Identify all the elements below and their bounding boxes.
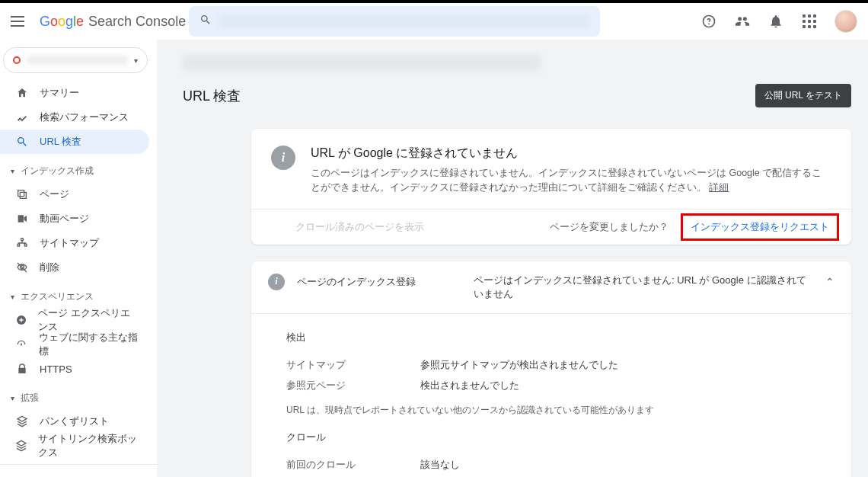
search-value-blurred: [219, 15, 589, 27]
kv-row: サイトマップ 参照元サイトマップが検出されませんでした: [286, 355, 834, 376]
sidebar-item-https[interactable]: HTTPS: [0, 357, 149, 381]
nav-label: 動画ページ: [40, 212, 89, 226]
coverage-title: ページのインデックス登録: [297, 274, 416, 289]
sidebar-item-video-pages[interactable]: 動画ページ: [0, 206, 149, 231]
video-icon: [15, 212, 29, 226]
nav-label: URL 検査: [40, 135, 81, 149]
nav-label: サイトリンク検索ボックス: [38, 432, 139, 459]
sidebar-item-breadcrumbs[interactable]: パンくずリスト: [0, 409, 149, 434]
kv-value: 該当なし: [420, 459, 460, 472]
chart-line-icon: [15, 110, 29, 124]
search-icon: [199, 14, 212, 29]
sidebar: ▾ サマリー 検索パフォーマンス URL 検査 ▾インデックス作成 ページ 動画…: [0, 40, 157, 477]
top-bar: Google Search Console: [0, 3, 868, 40]
property-name-blurred: [27, 56, 128, 65]
request-indexing-highlight: インデックス登録をリクエスト: [681, 213, 839, 241]
nav-section-indexing[interactable]: ▾インデックス作成: [0, 154, 157, 182]
coverage-card: i ページのインデックス登録 ページはインデックスに登録されていません: URL…: [251, 261, 851, 478]
detail-link[interactable]: 詳細: [709, 182, 729, 193]
collapse-chevron-up-icon[interactable]: ⌃: [825, 274, 834, 288]
main-content: URL 検査 公開 URL をテスト i URL が Google に登録されて…: [157, 40, 868, 477]
discovery-note: URL は、現時点でレポートされていない他のソースから認識されている可能性があり…: [286, 396, 834, 429]
search-icon: [15, 135, 29, 149]
kv-value: 検出されませんでした: [420, 379, 519, 392]
sidebar-item-url-inspect[interactable]: URL 検査: [0, 130, 149, 154]
speed-icon: [15, 338, 28, 351]
nav-section-experience[interactable]: ▾エクスペリエンス: [0, 280, 157, 308]
content-header-blurred: [183, 55, 541, 70]
sidebar-item-pages[interactable]: ページ: [0, 182, 149, 206]
nav-label: サイトマップ: [40, 236, 99, 250]
nav-section-enhancements[interactable]: ▾拡張: [0, 381, 157, 409]
layers-icon: [15, 415, 29, 428]
pages-icon: [15, 187, 29, 201]
index-status-card: i URL が Google に登録されていません このページはインデックスに登…: [251, 129, 851, 245]
notifications-icon[interactable]: [767, 13, 784, 30]
kv-key: サイトマップ: [286, 359, 420, 372]
home-icon: [15, 86, 29, 100]
status-title: URL が Google に登録されていません: [311, 146, 831, 162]
kv-key: 参照元ページ: [286, 379, 420, 392]
section-discovery-label: 検出: [286, 331, 834, 344]
page-changed-label: ページを変更しましたか？: [550, 220, 669, 234]
help-icon[interactable]: [700, 13, 717, 30]
plus-circle-icon: [15, 313, 27, 327]
kv-value: 参照元サイトマップが検出されませんでした: [420, 359, 618, 372]
nav-label: HTTPS: [40, 363, 72, 375]
sitemap-icon: [15, 236, 29, 250]
sidebar-item-removals[interactable]: 削除: [0, 255, 149, 280]
visibility-off-icon: [15, 261, 29, 274]
section-crawl-label: クロール: [286, 431, 834, 444]
sidebar-item-sitelinks-searchbox[interactable]: サイトリンク検索ボックス: [0, 434, 149, 458]
kv-row: 参照元ページ 検出されませんでした: [286, 376, 834, 396]
chevron-down-icon: ▾: [11, 293, 14, 301]
request-indexing-button[interactable]: インデックス登録をリクエスト: [691, 221, 829, 232]
people-icon[interactable]: [734, 13, 751, 30]
info-icon: i: [271, 146, 295, 170]
apps-grid-icon[interactable]: [801, 13, 818, 30]
property-selector[interactable]: ▾: [3, 47, 148, 73]
nav-label: ページ エクスペリエンス: [38, 306, 139, 334]
status-description: このページはインデックスに登録されていません。インデックスに登録されていないペー…: [311, 166, 831, 195]
sidebar-item-core-web-vitals[interactable]: ウェブに関する主な指標: [0, 332, 149, 357]
logo[interactable]: Google Search Console: [40, 14, 186, 30]
page-title: URL 検査: [183, 87, 241, 105]
nav-label: ウェブに関する主な指標: [39, 331, 139, 358]
lock-icon: [15, 362, 29, 376]
sidebar-item-search-performance[interactable]: 検索パフォーマンス: [0, 105, 149, 130]
sidebar-item-sitemaps[interactable]: サイトマップ: [0, 231, 149, 255]
chevron-down-icon: ▾: [11, 394, 14, 402]
chevron-down-icon: ▾: [11, 167, 14, 175]
nav-label: 削除: [40, 261, 59, 274]
avatar[interactable]: [834, 10, 857, 33]
nav-label: 検索パフォーマンス: [40, 110, 129, 124]
coverage-status: ページはインデックスに登録されていません: URL が Google に認識され…: [474, 274, 813, 301]
layers-icon: [15, 439, 27, 453]
view-crawled-page-action: クロール済みのページを表示: [295, 220, 424, 234]
sidebar-item-page-experience[interactable]: ページ エクスペリエンス: [0, 308, 149, 332]
search-input[interactable]: [189, 6, 600, 37]
nav-section-security[interactable]: ▸セキュリティと手動による対策: [0, 471, 157, 477]
kv-key: 前回のクロール: [286, 459, 420, 472]
kv-row: 前回のクロール 該当なし: [286, 455, 834, 475]
sidebar-item-summary[interactable]: サマリー: [0, 81, 149, 105]
nav-label: サマリー: [40, 86, 79, 100]
nav-label: ページ: [40, 187, 69, 201]
test-live-url-button[interactable]: 公開 URL をテスト: [755, 84, 851, 107]
property-dot-icon: [13, 56, 21, 64]
chevron-down-icon: ▾: [134, 56, 138, 65]
info-icon: i: [268, 274, 285, 290]
hamburger-menu-icon[interactable]: [11, 12, 29, 30]
nav-label: パンくずリスト: [40, 415, 109, 428]
